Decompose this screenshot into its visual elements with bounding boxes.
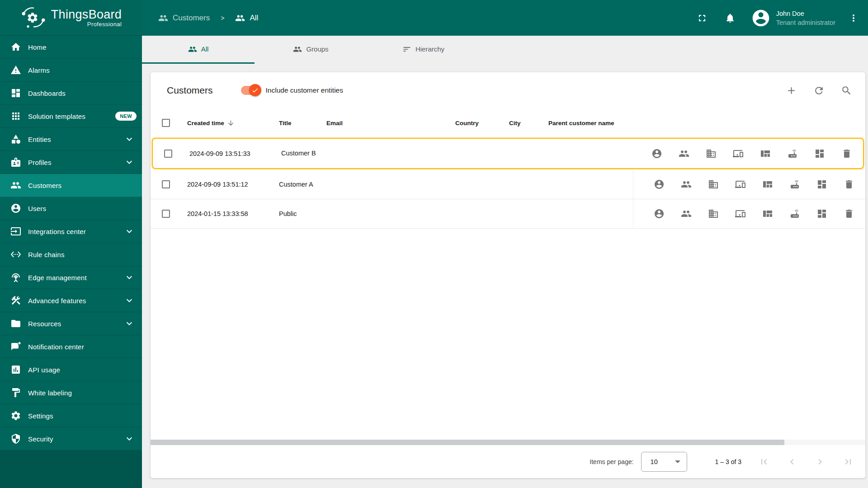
include-customer-entities-toggle[interactable]: Include customer entities	[241, 86, 343, 95]
user-menu-button[interactable]	[844, 9, 863, 27]
sidebar-item-security[interactable]: Security	[0, 427, 142, 450]
bell-icon	[725, 13, 736, 23]
sidebar-item-settings[interactable]: Settings	[0, 404, 142, 427]
row-action-delete[interactable]	[844, 208, 854, 219]
people-icon	[188, 45, 197, 54]
table-row[interactable]: 2024-09-09 13:51:12 Customer A	[151, 170, 865, 199]
fullscreen-button[interactable]	[693, 9, 711, 27]
row-action-manage-entity-views[interactable]	[760, 148, 771, 159]
sidebar: ThingsBoard Professional Home Alarms Das…	[0, 0, 142, 488]
user-info[interactable]: John Doe Tenant administrator	[776, 9, 835, 27]
sidebar-item-label: Notification center	[28, 343, 84, 351]
building-icon	[708, 179, 719, 190]
sidebar-item-customers[interactable]: Customers	[0, 174, 142, 197]
sidebar-item-entities[interactable]: Entities	[0, 128, 142, 151]
breadcrumb-parent[interactable]: Customers	[158, 13, 210, 23]
first-page-button[interactable]	[759, 456, 769, 467]
tab-all[interactable]: All	[142, 36, 255, 64]
sidebar-item-advanced-features[interactable]: Advanced features	[0, 289, 142, 312]
table-row[interactable]: 2024-01-15 13:33:58 Public	[151, 199, 865, 229]
table-row[interactable]: 2024-09-09 13:51:33 Customer B	[152, 138, 864, 169]
main-area: Customers > All John Doe Tenant administ…	[142, 0, 868, 488]
next-page-button[interactable]	[815, 456, 826, 467]
tab-hierarchy[interactable]: Hierarchy	[367, 36, 480, 64]
tabs-bar: All Groups Hierarchy	[142, 36, 868, 64]
sidebar-item-profiles[interactable]: Profiles	[0, 151, 142, 174]
column-header-parent-customer-name[interactable]: Parent customer name	[545, 120, 633, 127]
sidebar-item-white-labeling[interactable]: White labeling	[0, 381, 142, 404]
bar-chart-icon	[10, 364, 21, 375]
column-header-country[interactable]: Country	[452, 120, 506, 127]
user-avatar[interactable]	[751, 8, 771, 28]
row-action-manage-dashboards[interactable]	[814, 148, 825, 159]
dashboard-icon	[10, 88, 21, 99]
row-action-manage-users[interactable]	[654, 179, 665, 190]
column-header-created-time[interactable]: Created time	[184, 119, 276, 127]
sidebar-item-integrations-center[interactable]: Integrations center	[0, 220, 142, 243]
row-action-delete[interactable]	[841, 148, 852, 159]
refresh-icon	[813, 85, 825, 96]
sidebar-item-resources[interactable]: Resources	[0, 312, 142, 335]
notifications-button[interactable]	[721, 9, 739, 27]
row-action-manage-edges[interactable]	[789, 208, 800, 219]
row-action-manage-devices[interactable]	[733, 148, 744, 159]
account-circle-icon	[654, 208, 665, 219]
column-header-email[interactable]: Email	[323, 120, 452, 127]
sidebar-item-edge-management[interactable]: Edge management	[0, 266, 142, 289]
row-action-manage-customers[interactable]	[679, 148, 689, 159]
row-checkbox[interactable]	[164, 150, 172, 158]
row-checkbox[interactable]	[162, 210, 170, 218]
row-action-manage-dashboards[interactable]	[816, 208, 827, 219]
row-action-manage-edges[interactable]	[789, 179, 800, 190]
app-logo[interactable]: ThingsBoard Professional	[0, 0, 142, 36]
row-action-manage-customers[interactable]	[681, 208, 692, 219]
row-action-manage-customers[interactable]	[681, 179, 692, 190]
row-action-manage-devices[interactable]	[735, 208, 746, 219]
card-header: Customers Include customer entities	[151, 72, 865, 108]
column-header-city[interactable]: City	[506, 120, 545, 127]
row-action-manage-edges[interactable]	[787, 148, 798, 159]
sidebar-item-notification-center[interactable]: Notification center	[0, 335, 142, 358]
sidebar-item-dashboards[interactable]: Dashboards	[0, 82, 142, 105]
refresh-button[interactable]	[810, 81, 828, 99]
search-button[interactable]	[837, 81, 855, 99]
sidebar-item-home[interactable]: Home	[0, 36, 142, 59]
row-action-manage-users[interactable]	[651, 148, 662, 159]
people-icon	[293, 45, 302, 54]
row-action-manage-devices[interactable]	[735, 179, 746, 190]
row-actions	[633, 199, 865, 228]
sidebar-item-solution-templates[interactable]: Solution templates NEW	[0, 105, 142, 128]
construction-icon	[10, 295, 21, 306]
previous-page-button[interactable]	[787, 456, 797, 467]
select-all-checkbox[interactable]	[162, 119, 170, 127]
column-header-actions	[633, 108, 865, 137]
sidebar-item-alarms[interactable]: Alarms	[0, 59, 142, 82]
sidebar-item-api-usage[interactable]: API usage	[0, 358, 142, 381]
caret-down-icon	[675, 460, 680, 463]
account-circle-icon	[651, 148, 662, 159]
antenna-icon	[10, 272, 21, 283]
column-header-title[interactable]: Title	[276, 120, 323, 127]
people-icon	[10, 180, 21, 191]
people-icon	[679, 148, 689, 159]
horizontal-scrollbar-thumb[interactable]	[151, 440, 784, 445]
row-action-manage-assets[interactable]	[708, 179, 719, 190]
sidebar-item-users[interactable]: Users	[0, 197, 142, 220]
row-action-manage-entity-views[interactable]	[762, 208, 773, 219]
brand-name: ThingsBoard	[51, 8, 122, 22]
row-action-delete[interactable]	[844, 179, 854, 190]
items-per-page-select[interactable]: 10	[641, 452, 687, 472]
add-customer-button[interactable]	[782, 81, 800, 99]
row-action-manage-assets[interactable]	[706, 148, 717, 159]
toggle-switch[interactable]	[241, 86, 260, 95]
plus-icon	[786, 85, 797, 96]
row-checkbox[interactable]	[162, 180, 170, 188]
tab-groups[interactable]: Groups	[255, 36, 367, 64]
row-action-manage-users[interactable]	[654, 208, 665, 219]
row-action-manage-entity-views[interactable]	[762, 179, 773, 190]
last-page-button[interactable]	[843, 456, 854, 467]
row-action-manage-dashboards[interactable]	[816, 179, 827, 190]
dashboard-icon	[814, 148, 825, 159]
row-action-manage-assets[interactable]	[708, 208, 719, 219]
sidebar-item-rule-chains[interactable]: Rule chains	[0, 243, 142, 266]
